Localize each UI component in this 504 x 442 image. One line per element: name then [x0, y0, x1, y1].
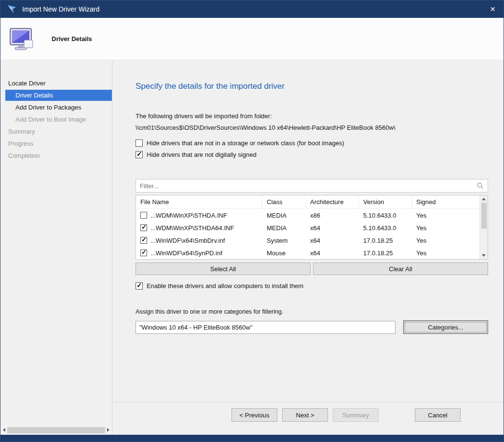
architecture-cell: x64 — [306, 249, 359, 257]
column-header-signed[interactable]: Signed — [412, 195, 479, 208]
enable-drivers-checkbox-label: Enable these drivers and allow computers… — [147, 282, 303, 290]
sidebar-item-completion[interactable]: Completion — [0, 150, 112, 161]
sidebar-item-locate-driver[interactable]: Locate Driver — [0, 78, 112, 89]
class-cell: MEDIA — [262, 224, 306, 232]
row-checkbox[interactable] — [140, 212, 147, 219]
header-title: Driver Details — [52, 35, 92, 42]
class-cell: Mouse — [262, 249, 306, 257]
version-cell: 5.10.6433.0 — [359, 212, 412, 219]
category-row: Categories... — [136, 320, 488, 334]
signed-cell: Yes — [412, 237, 479, 244]
vertical-scroll-thumb[interactable] — [481, 203, 487, 229]
file-name-cell: ...WinWDF\x64\SynPD.inf — [150, 249, 222, 257]
signed-cell: Yes — [412, 224, 479, 232]
wizard-header: Driver Details — [0, 18, 504, 60]
driver-table-header: File Name Class Architecture Version Sig… — [136, 195, 479, 209]
filter-input[interactable] — [140, 182, 477, 190]
version-cell: 17.0.18.25 — [359, 249, 412, 257]
signed-cell: Yes — [412, 249, 479, 257]
next-button[interactable]: Next > — [282, 408, 328, 422]
architecture-cell: x64 — [306, 224, 359, 232]
content-area: Specify the details for the imported dri… — [112, 60, 504, 425]
folder-intro-text: The following drivers will be imported f… — [136, 112, 488, 120]
file-name-cell: ...WinWDF\x64\SmbDrv.inf — [150, 237, 225, 244]
class-cell: System — [262, 237, 306, 244]
sidebar-item-driver-details[interactable]: Driver Details — [5, 90, 112, 101]
search-icon — [477, 182, 484, 190]
column-header-version[interactable]: Version — [359, 195, 412, 208]
folder-path-text: \\cm01\Sources$\OSD\DriverSources\Window… — [136, 124, 488, 131]
table-row[interactable]: ...WDM\WinXP\STHDA64.INF MEDIA x64 5.10.… — [136, 221, 479, 234]
sidebar-horizontal-scrollbar[interactable] — [0, 425, 112, 435]
table-vertical-scrollbar[interactable] — [479, 195, 488, 259]
enable-drivers-checkbox[interactable] — [136, 282, 143, 290]
version-cell: 5.10.6433.0 — [359, 224, 412, 232]
row-checkbox[interactable] — [140, 249, 147, 256]
import-new-driver-wizard-window: Import New Driver Wizard ✕ Driver Detail… — [0, 0, 504, 442]
filter-box — [136, 179, 488, 193]
window-bottom-strip — [0, 435, 504, 442]
window-title: Import New Driver Wizard — [22, 5, 99, 13]
file-name-cell: ...WDM\WinXP\STHDA.INF — [150, 212, 227, 219]
category-field[interactable] — [136, 321, 395, 334]
column-header-class[interactable]: Class — [262, 195, 306, 208]
scroll-down-arrow-icon[interactable] — [482, 254, 486, 257]
titlebar: Import New Driver Wizard ✕ — [0, 0, 504, 18]
sidebar-item-add-driver-to-boot-image[interactable]: Add Driver to Boot Image — [0, 114, 112, 125]
hide-storage-checkbox[interactable] — [136, 139, 143, 147]
scroll-right-arrow-icon[interactable] — [107, 428, 109, 432]
hide-storage-checkbox-row[interactable]: Hide drivers that are not in a storage o… — [136, 139, 488, 147]
architecture-cell: x64 — [306, 237, 359, 244]
clear-all-button[interactable]: Clear All — [313, 262, 488, 275]
bottom-bar — [0, 425, 504, 435]
driver-table-main: File Name Class Architecture Version Sig… — [136, 195, 479, 259]
assign-category-label: Assign this driver to one or more catego… — [136, 308, 488, 315]
horizontal-scroll-thumb[interactable] — [7, 427, 105, 433]
signed-cell: Yes — [412, 212, 479, 219]
row-checkbox[interactable] — [140, 224, 147, 231]
hide-unsigned-checkbox-row[interactable]: Hide drivers that are not digitally sign… — [136, 151, 488, 158]
hide-unsigned-checkbox[interactable] — [136, 151, 143, 158]
driver-monitor-icon — [9, 27, 34, 51]
scroll-left-arrow-icon[interactable] — [3, 428, 5, 432]
class-cell: MEDIA — [262, 212, 306, 219]
categories-button[interactable]: Categories... — [403, 320, 488, 334]
architecture-cell: x86 — [306, 212, 359, 219]
hide-storage-checkbox-label: Hide drivers that are not in a storage o… — [147, 139, 344, 147]
version-cell: 17.0.18.25 — [359, 237, 412, 244]
sidebar-item-summary[interactable]: Summary — [0, 126, 112, 137]
table-row[interactable]: ...WDM\WinXP\STHDA.INF MEDIA x86 5.10.64… — [136, 209, 479, 221]
select-all-button[interactable]: Select All — [136, 262, 311, 275]
sidebar: Locate Driver Driver Details Add Driver … — [0, 60, 112, 425]
close-button[interactable]: ✕ — [482, 0, 504, 18]
hide-unsigned-checkbox-label: Hide drivers that are not digitally sign… — [147, 151, 257, 158]
content-inner: Specify the details for the imported dri… — [112, 60, 504, 402]
wizard-body: Locate Driver Driver Details Add Driver … — [0, 60, 504, 425]
table-button-row: Select All Clear All — [136, 262, 488, 275]
scroll-up-arrow-icon[interactable] — [482, 198, 486, 200]
cancel-button[interactable]: Cancel — [415, 408, 461, 422]
footer-button-bar: < Previous Next > Summary Cancel — [112, 402, 504, 425]
summary-button[interactable]: Summary — [333, 408, 379, 422]
sidebar-item-add-driver-to-packages[interactable]: Add Driver to Packages — [0, 102, 112, 113]
column-header-architecture[interactable]: Architecture — [306, 195, 359, 208]
column-header-file-name[interactable]: File Name — [136, 195, 262, 208]
table-row[interactable]: ...WinWDF\x64\SynPD.inf Mouse x64 17.0.1… — [136, 247, 479, 259]
page-title: Specify the details for the imported dri… — [136, 82, 488, 91]
enable-drivers-checkbox-row[interactable]: Enable these drivers and allow computers… — [136, 282, 488, 290]
previous-button[interactable]: < Previous — [232, 408, 277, 422]
sidebar-item-progress[interactable]: Progress — [0, 138, 112, 149]
wizard-icon — [7, 4, 17, 14]
file-name-cell: ...WDM\WinXP\STHDA64.INF — [150, 224, 234, 232]
row-checkbox[interactable] — [140, 237, 147, 244]
driver-table: File Name Class Architecture Version Sig… — [136, 195, 488, 260]
table-row[interactable]: ...WinWDF\x64\SmbDrv.inf System x64 17.0… — [136, 234, 479, 247]
